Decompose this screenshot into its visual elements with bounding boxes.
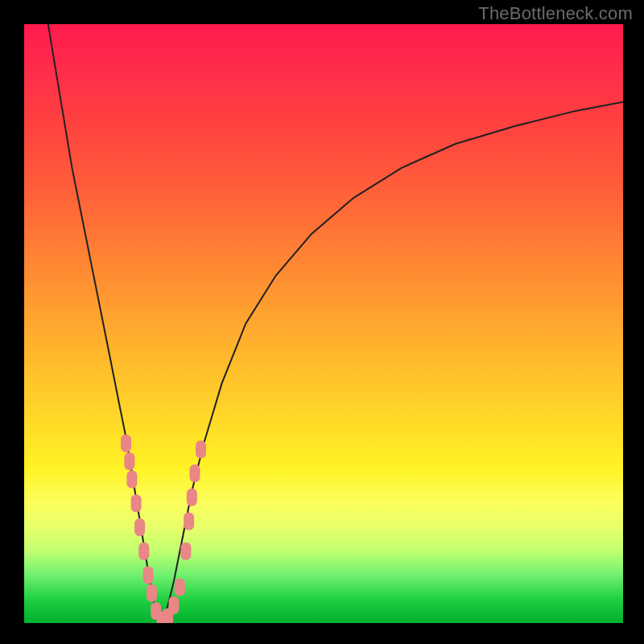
data-marker [147, 584, 157, 602]
data-marker [138, 543, 149, 560]
curve-right [162, 102, 623, 623]
data-marker [190, 464, 200, 482]
data-marker [196, 440, 206, 458]
data-marker [126, 470, 137, 488]
watermark-text: TheBottleneck.com [478, 3, 633, 24]
data-marker [180, 543, 191, 560]
data-marker [169, 597, 180, 614]
data-marker [131, 494, 142, 512]
data-marker [121, 435, 131, 452]
curve-left [48, 24, 162, 623]
data-marker [187, 489, 197, 506]
data-marker [134, 518, 145, 536]
data-marker [175, 578, 185, 596]
marker-group [121, 435, 206, 623]
data-marker [184, 513, 194, 530]
data-marker [124, 452, 134, 470]
plot-area [24, 24, 623, 623]
chart-svg [24, 24, 623, 623]
chart-frame: TheBottleneck.com [0, 0, 644, 644]
data-marker [143, 567, 154, 584]
